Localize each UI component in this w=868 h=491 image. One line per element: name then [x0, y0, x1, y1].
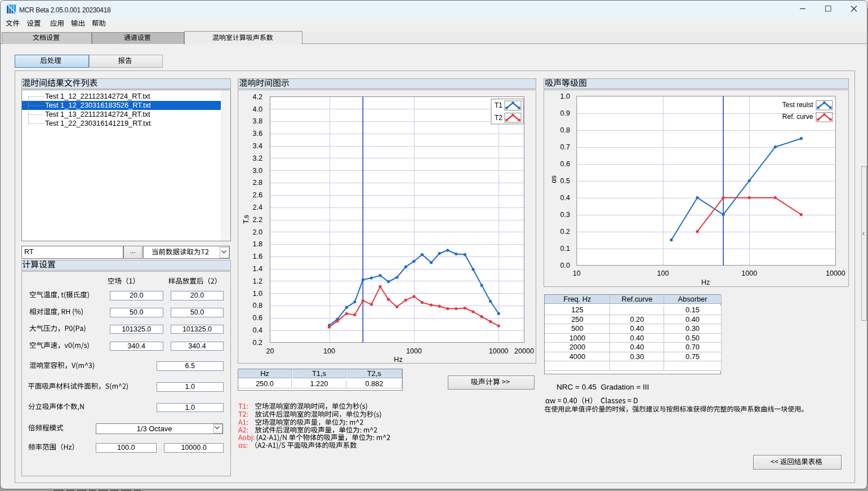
svg-text:0.0: 0.0 [560, 262, 570, 269]
svg-text:1.8: 1.8 [253, 240, 262, 248]
svg-text:2.8: 2.8 [253, 179, 262, 187]
svg-text:0.1: 0.1 [560, 245, 570, 253]
svg-text:2.6: 2.6 [253, 191, 262, 199]
svg-text:2.2: 2.2 [253, 216, 262, 224]
svg-text:0.8: 0.8 [253, 302, 262, 309]
svg-text:0.6: 0.6 [253, 314, 262, 322]
svg-text:4.0: 4.0 [253, 105, 262, 113]
svg-text:0.9: 0.9 [560, 109, 570, 117]
svg-text:0.6: 0.6 [560, 160, 570, 168]
svg-text:3.6: 3.6 [253, 130, 262, 138]
svg-text:1.0: 1.0 [253, 290, 262, 298]
svg-text:0.2: 0.2 [253, 339, 262, 347]
svg-text:20000: 20000 [514, 347, 534, 355]
svg-text:Hz: Hz [394, 356, 402, 364]
svg-text:Ref. curve: Ref. curve [782, 113, 813, 121]
svg-text:Test reulst: Test reulst [782, 101, 813, 109]
svg-text:3.4: 3.4 [253, 142, 262, 150]
svg-text:αs: αs [550, 175, 558, 183]
svg-text:T1: T1 [495, 101, 502, 109]
svg-text:T,s: T,s [242, 215, 250, 224]
svg-text:20: 20 [266, 347, 274, 355]
svg-text:1.6: 1.6 [253, 253, 262, 260]
svg-text:Hz: Hz [701, 278, 710, 286]
svg-text:0.8: 0.8 [560, 126, 570, 134]
svg-text:0.4: 0.4 [560, 194, 570, 202]
svg-text:10: 10 [573, 269, 581, 277]
svg-text:0.3: 0.3 [560, 211, 570, 219]
svg-text:10000: 10000 [826, 269, 845, 277]
svg-text:3.2: 3.2 [253, 154, 262, 162]
svg-text:100: 100 [323, 347, 335, 355]
svg-text:0.7: 0.7 [560, 143, 570, 151]
svg-text:4.2: 4.2 [253, 93, 262, 101]
svg-text:3.8: 3.8 [253, 117, 262, 125]
svg-text:1.4: 1.4 [253, 265, 262, 273]
svg-text:2.4: 2.4 [253, 204, 262, 211]
svg-text:1.0: 1.0 [560, 92, 570, 100]
svg-text:0.2: 0.2 [560, 228, 570, 236]
svg-text:100: 100 [657, 269, 669, 277]
svg-text:10000: 10000 [489, 347, 509, 355]
svg-text:0.5: 0.5 [560, 177, 570, 185]
svg-text:1000: 1000 [741, 269, 757, 277]
svg-text:2.0: 2.0 [253, 228, 262, 236]
svg-text:1.2: 1.2 [253, 277, 262, 285]
svg-text:1000: 1000 [406, 347, 422, 355]
svg-text:0.4: 0.4 [253, 326, 262, 334]
svg-text:3.0: 3.0 [253, 167, 262, 175]
svg-text:T2: T2 [495, 114, 502, 122]
